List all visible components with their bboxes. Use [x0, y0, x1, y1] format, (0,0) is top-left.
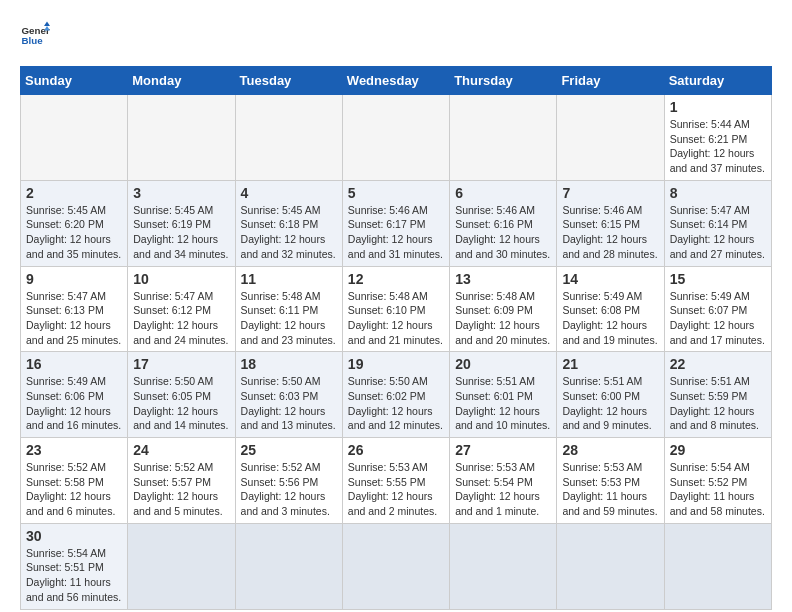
calendar-cell	[128, 523, 235, 609]
daylight-hours: Daylight: 12 hours	[562, 404, 658, 419]
day-info: Sunrise: 5:46 AMSunset: 6:15 PMDaylight:…	[562, 203, 658, 262]
daylight-minutes: and and 6 minutes.	[26, 504, 122, 519]
day-info: Sunrise: 5:46 AMSunset: 6:16 PMDaylight:…	[455, 203, 551, 262]
daylight-minutes: and and 58 minutes.	[670, 504, 766, 519]
sunset-text: Sunset: 6:18 PM	[241, 217, 337, 232]
daylight-hours: Daylight: 12 hours	[348, 404, 444, 419]
day-info: Sunrise: 5:50 AMSunset: 6:03 PMDaylight:…	[241, 374, 337, 433]
day-number: 20	[455, 356, 551, 372]
day-number: 13	[455, 271, 551, 287]
day-number: 10	[133, 271, 229, 287]
sunrise-text: Sunrise: 5:47 AM	[26, 289, 122, 304]
day-info: Sunrise: 5:47 AMSunset: 6:13 PMDaylight:…	[26, 289, 122, 348]
daylight-hours: Daylight: 11 hours	[562, 489, 658, 504]
calendar-cell	[235, 95, 342, 181]
daylight-minutes: and and 1 minute.	[455, 504, 551, 519]
sunset-text: Sunset: 5:58 PM	[26, 475, 122, 490]
day-number: 18	[241, 356, 337, 372]
sunrise-text: Sunrise: 5:50 AM	[348, 374, 444, 389]
calendar-table: SundayMondayTuesdayWednesdayThursdayFrid…	[20, 66, 772, 610]
daylight-minutes: and and 19 minutes.	[562, 333, 658, 348]
calendar-cell	[235, 523, 342, 609]
sunset-text: Sunset: 6:16 PM	[455, 217, 551, 232]
day-info: Sunrise: 5:51 AMSunset: 5:59 PMDaylight:…	[670, 374, 766, 433]
sunrise-text: Sunrise: 5:54 AM	[670, 460, 766, 475]
sunset-text: Sunset: 5:51 PM	[26, 560, 122, 575]
daylight-hours: Daylight: 12 hours	[670, 232, 766, 247]
calendar-week-row: 2Sunrise: 5:45 AMSunset: 6:20 PMDaylight…	[21, 180, 772, 266]
calendar-cell	[450, 523, 557, 609]
day-number: 16	[26, 356, 122, 372]
daylight-minutes: and and 34 minutes.	[133, 247, 229, 262]
day-number: 30	[26, 528, 122, 544]
sunset-text: Sunset: 6:20 PM	[26, 217, 122, 232]
page-header: General Blue	[20, 20, 772, 50]
day-info: Sunrise: 5:54 AMSunset: 5:52 PMDaylight:…	[670, 460, 766, 519]
daylight-minutes: and and 35 minutes.	[26, 247, 122, 262]
sunrise-text: Sunrise: 5:45 AM	[26, 203, 122, 218]
sunset-text: Sunset: 6:17 PM	[348, 217, 444, 232]
sunset-text: Sunset: 6:08 PM	[562, 303, 658, 318]
sunrise-text: Sunrise: 5:51 AM	[455, 374, 551, 389]
day-number: 9	[26, 271, 122, 287]
daylight-hours: Daylight: 12 hours	[133, 232, 229, 247]
day-info: Sunrise: 5:49 AMSunset: 6:06 PMDaylight:…	[26, 374, 122, 433]
day-info: Sunrise: 5:48 AMSunset: 6:11 PMDaylight:…	[241, 289, 337, 348]
day-info: Sunrise: 5:51 AMSunset: 6:01 PMDaylight:…	[455, 374, 551, 433]
sunset-text: Sunset: 5:57 PM	[133, 475, 229, 490]
calendar-week-row: 30Sunrise: 5:54 AMSunset: 5:51 PMDayligh…	[21, 523, 772, 609]
calendar-week-row: 16Sunrise: 5:49 AMSunset: 6:06 PMDayligh…	[21, 352, 772, 438]
sunrise-text: Sunrise: 5:46 AM	[455, 203, 551, 218]
sunset-text: Sunset: 6:13 PM	[26, 303, 122, 318]
header-tuesday: Tuesday	[235, 67, 342, 95]
calendar-cell: 22Sunrise: 5:51 AMSunset: 5:59 PMDayligh…	[664, 352, 771, 438]
sunset-text: Sunset: 6:11 PM	[241, 303, 337, 318]
sunrise-text: Sunrise: 5:52 AM	[26, 460, 122, 475]
daylight-hours: Daylight: 12 hours	[455, 318, 551, 333]
day-number: 11	[241, 271, 337, 287]
day-info: Sunrise: 5:53 AMSunset: 5:54 PMDaylight:…	[455, 460, 551, 519]
day-info: Sunrise: 5:50 AMSunset: 6:05 PMDaylight:…	[133, 374, 229, 433]
calendar-cell	[128, 95, 235, 181]
day-number: 28	[562, 442, 658, 458]
daylight-minutes: and and 13 minutes.	[241, 418, 337, 433]
sunset-text: Sunset: 6:07 PM	[670, 303, 766, 318]
day-info: Sunrise: 5:52 AMSunset: 5:56 PMDaylight:…	[241, 460, 337, 519]
calendar-cell	[21, 95, 128, 181]
day-number: 25	[241, 442, 337, 458]
calendar-cell: 7Sunrise: 5:46 AMSunset: 6:15 PMDaylight…	[557, 180, 664, 266]
daylight-hours: Daylight: 12 hours	[348, 232, 444, 247]
day-number: 29	[670, 442, 766, 458]
svg-marker-2	[44, 22, 50, 27]
day-number: 4	[241, 185, 337, 201]
logo-icon: General Blue	[20, 20, 50, 50]
sunrise-text: Sunrise: 5:54 AM	[26, 546, 122, 561]
sunset-text: Sunset: 5:53 PM	[562, 475, 658, 490]
day-number: 23	[26, 442, 122, 458]
header-saturday: Saturday	[664, 67, 771, 95]
daylight-minutes: and and 59 minutes.	[562, 504, 658, 519]
sunrise-text: Sunrise: 5:49 AM	[26, 374, 122, 389]
calendar-cell: 5Sunrise: 5:46 AMSunset: 6:17 PMDaylight…	[342, 180, 449, 266]
sunset-text: Sunset: 6:19 PM	[133, 217, 229, 232]
sunrise-text: Sunrise: 5:52 AM	[133, 460, 229, 475]
daylight-hours: Daylight: 12 hours	[241, 232, 337, 247]
calendar-cell: 18Sunrise: 5:50 AMSunset: 6:03 PMDayligh…	[235, 352, 342, 438]
sunrise-text: Sunrise: 5:44 AM	[670, 117, 766, 132]
calendar-cell: 4Sunrise: 5:45 AMSunset: 6:18 PMDaylight…	[235, 180, 342, 266]
day-info: Sunrise: 5:49 AMSunset: 6:07 PMDaylight:…	[670, 289, 766, 348]
sunset-text: Sunset: 6:00 PM	[562, 389, 658, 404]
sunrise-text: Sunrise: 5:50 AM	[241, 374, 337, 389]
svg-text:Blue: Blue	[22, 35, 44, 46]
day-info: Sunrise: 5:47 AMSunset: 6:12 PMDaylight:…	[133, 289, 229, 348]
sunset-text: Sunset: 6:15 PM	[562, 217, 658, 232]
daylight-minutes: and and 8 minutes.	[670, 418, 766, 433]
sunset-text: Sunset: 6:03 PM	[241, 389, 337, 404]
sunset-text: Sunset: 5:55 PM	[348, 475, 444, 490]
header-wednesday: Wednesday	[342, 67, 449, 95]
header-monday: Monday	[128, 67, 235, 95]
day-info: Sunrise: 5:48 AMSunset: 6:09 PMDaylight:…	[455, 289, 551, 348]
daylight-minutes: and and 20 minutes.	[455, 333, 551, 348]
sunrise-text: Sunrise: 5:51 AM	[562, 374, 658, 389]
calendar-cell: 29Sunrise: 5:54 AMSunset: 5:52 PMDayligh…	[664, 438, 771, 524]
